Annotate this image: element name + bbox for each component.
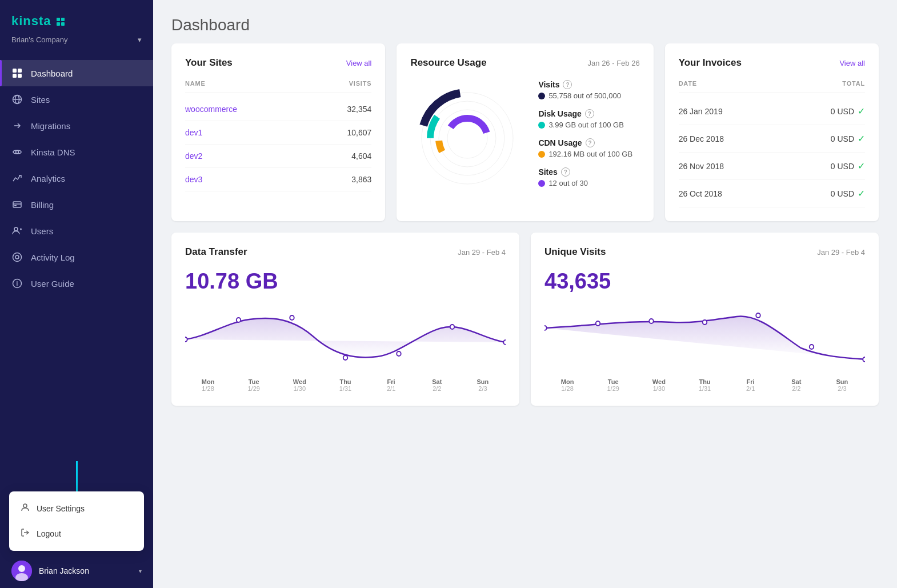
analytics-icon	[11, 173, 23, 184]
user-settings-menu-item[interactable]: User Settings	[9, 496, 144, 521]
x-label: Thu1/31	[322, 378, 368, 392]
user-guide-icon: i	[11, 278, 23, 289]
your-invoices-header: Your Invoices View all	[679, 57, 865, 69]
disk-value: 3.99 GB out of 100 GB	[548, 121, 624, 129]
sites-label: Sites	[538, 167, 557, 177]
main-content: Dashboard Your Sites View all NAME VISIT…	[153, 0, 897, 588]
content-grid: Your Sites View all NAME VISITS woocomme…	[153, 43, 897, 424]
bottom-row: Data Transfer Jan 29 - Feb 4 10.78 GB	[171, 233, 879, 406]
data-transfer-value: 10.78 GB	[185, 269, 506, 294]
site-name[interactable]: woocommerce	[185, 105, 347, 114]
sidebar-item-kinsta-dns[interactable]: Kinsta DNS	[0, 139, 153, 165]
svg-point-46	[756, 313, 760, 318]
data-transfer-x-labels: Mon1/28Tue1/29Wed1/30Thu1/31Fri2/1Sat2/2…	[185, 378, 506, 392]
donut-chart	[410, 81, 524, 195]
logout-menu-item[interactable]: Logout	[9, 521, 144, 546]
your-sites-header: Your Sites View all	[185, 57, 371, 69]
billing-icon	[11, 199, 23, 210]
sidebar-item-label: Kinsta DNS	[31, 147, 75, 157]
site-visits: 3,863	[351, 175, 371, 184]
your-sites-title: Your Sites	[185, 57, 233, 69]
resource-visits: Visits ? 55,758 out of 500,000	[538, 80, 639, 100]
svg-point-15	[14, 227, 18, 231]
site-name[interactable]: dev1	[185, 128, 347, 137]
user-popup-menu: User Settings Logout	[9, 491, 144, 551]
svg-point-36	[237, 318, 241, 322]
sidebar-item-users[interactable]: Users	[0, 218, 153, 244]
sidebar-item-activity-log[interactable]: Activity Log	[0, 244, 153, 270]
sidebar-item-billing[interactable]: Billing	[0, 191, 153, 218]
sidebar-item-label: Migrations	[31, 121, 70, 131]
sites-dot	[538, 180, 545, 187]
sidebar-item-label: User Guide	[31, 279, 74, 289]
x-label: Fri2/1	[369, 378, 414, 392]
sidebar-item-label: Analytics	[31, 174, 65, 183]
svg-rect-2	[57, 22, 60, 26]
sites-col-name: NAME	[185, 80, 349, 87]
resource-usage-card: Resource Usage Jan 26 - Feb 26	[397, 43, 653, 221]
x-label: Wed1/30	[636, 378, 682, 392]
x-label: Mon1/28	[185, 378, 231, 392]
sidebar-item-user-guide[interactable]: i User Guide	[0, 270, 153, 297]
invoice-row: 26 Nov 2018 0 USD ✓	[679, 153, 865, 180]
invoice-check-icon: ✓	[858, 106, 865, 117]
site-visits: 4,604	[351, 151, 371, 161]
svg-point-37	[290, 315, 294, 320]
visits-value: 55,758 out of 500,000	[548, 91, 621, 100]
sidebar-item-label: Dashboard	[31, 69, 73, 78]
sidebar-item-sites[interactable]: Sites	[0, 86, 153, 113]
user-profile[interactable]: Brian Jackson ▾	[0, 554, 153, 588]
user-settings-icon	[21, 503, 30, 514]
site-visits: 32,354	[347, 105, 372, 114]
invoice-row: 26 Jan 2019 0 USD ✓	[679, 98, 865, 125]
company-selector[interactable]: Brian's Company ▾	[0, 33, 153, 55]
site-name[interactable]: dev3	[185, 175, 351, 184]
sidebar-item-analytics[interactable]: Analytics	[0, 165, 153, 191]
site-name[interactable]: dev2	[185, 151, 351, 161]
disk-help-icon[interactable]: ?	[585, 109, 594, 118]
invoice-table-header: DATE TOTAL	[679, 80, 865, 93]
svg-rect-12	[13, 202, 21, 207]
migrations-icon	[11, 120, 23, 131]
your-invoices-card: Your Invoices View all DATE TOTAL 26 Jan…	[665, 43, 879, 221]
sidebar-item-migrations[interactable]: Migrations	[0, 113, 153, 139]
unique-visits-header: Unique Visits Jan 29 - Feb 4	[544, 246, 865, 258]
sidebar-item-label: Billing	[31, 200, 54, 210]
svg-text:i: i	[17, 281, 18, 287]
svg-point-25	[18, 565, 25, 572]
invoice-rows: 26 Jan 2019 0 USD ✓ 26 Dec 2018 0 USD ✓ …	[679, 98, 865, 207]
data-transfer-title: Data Transfer	[185, 246, 247, 258]
sites-value: 12 out of 30	[548, 179, 588, 187]
visits-help-icon[interactable]: ?	[563, 80, 572, 89]
svg-point-19	[15, 255, 19, 259]
sidebar-item-dashboard[interactable]: Dashboard	[0, 60, 153, 86]
svg-point-22	[23, 504, 27, 507]
data-transfer-date: Jan 29 - Feb 4	[458, 248, 506, 257]
svg-rect-7	[18, 74, 22, 78]
your-sites-view-all[interactable]: View all	[346, 59, 372, 67]
svg-point-41	[503, 340, 506, 345]
your-invoices-view-all[interactable]: View all	[839, 59, 865, 67]
sites-table-header: NAME VISITS	[185, 80, 371, 93]
logo-text: kinsta	[11, 14, 142, 29]
company-name: Brian's Company	[11, 35, 68, 44]
sidebar-item-label: Users	[31, 226, 53, 236]
avatar	[11, 561, 32, 581]
data-transfer-card: Data Transfer Jan 29 - Feb 4 10.78 GB	[171, 233, 519, 406]
svg-point-39	[397, 351, 401, 356]
top-row: Your Sites View all NAME VISITS woocomme…	[171, 43, 879, 221]
svg-point-43	[596, 321, 600, 326]
invoice-date: 26 Jan 2019	[679, 107, 831, 116]
resource-disk: Disk Usage ? 3.99 GB out of 100 GB	[538, 109, 639, 129]
sites-help-icon[interactable]: ?	[561, 167, 570, 177]
svg-point-38	[343, 355, 347, 360]
resource-card-inner: Visits ? 55,758 out of 500,000 Disk Usag…	[410, 80, 639, 197]
disk-dot	[538, 122, 545, 129]
table-row: dev1 10,607	[185, 121, 371, 145]
dashboard-icon	[11, 67, 23, 79]
cdn-help-icon[interactable]: ?	[586, 138, 595, 147]
page-header: Dashboard	[153, 0, 897, 43]
table-row: dev2 4,604	[185, 145, 371, 168]
sites-col-visits: VISITS	[349, 80, 372, 87]
invoice-amount: 0 USD ✓	[831, 133, 865, 144]
